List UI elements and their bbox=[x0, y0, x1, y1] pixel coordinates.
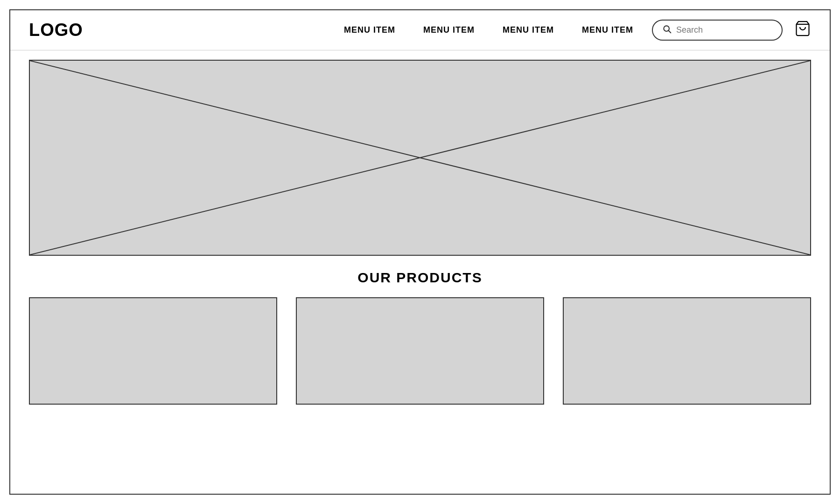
search-bar[interactable] bbox=[652, 20, 783, 41]
nav-item-1[interactable]: MENU ITEM bbox=[344, 25, 395, 35]
product-grid bbox=[29, 297, 811, 405]
page-container: LOGO MENU ITEM MENU ITEM MENU ITEM MENU … bbox=[9, 9, 831, 495]
main-nav: MENU ITEM MENU ITEM MENU ITEM MENU ITEM bbox=[344, 25, 633, 35]
hero-banner bbox=[29, 60, 811, 256]
svg-line-1 bbox=[669, 31, 671, 33]
product-card-1[interactable] bbox=[29, 297, 277, 405]
nav-item-2[interactable]: MENU ITEM bbox=[423, 25, 475, 35]
search-input[interactable] bbox=[676, 25, 772, 35]
nav-item-4[interactable]: MENU ITEM bbox=[582, 25, 633, 35]
nav-item-3[interactable]: MENU ITEM bbox=[503, 25, 554, 35]
product-card-2[interactable] bbox=[296, 297, 544, 405]
cart-button[interactable] bbox=[794, 20, 811, 41]
product-card-3[interactable] bbox=[563, 297, 811, 405]
logo[interactable]: LOGO bbox=[29, 20, 83, 40]
site-header: LOGO MENU ITEM MENU ITEM MENU ITEM MENU … bbox=[10, 10, 830, 50]
main-content: OUR PRODUCTS bbox=[10, 50, 830, 494]
search-icon bbox=[662, 24, 672, 36]
section-title: OUR PRODUCTS bbox=[29, 270, 811, 286]
